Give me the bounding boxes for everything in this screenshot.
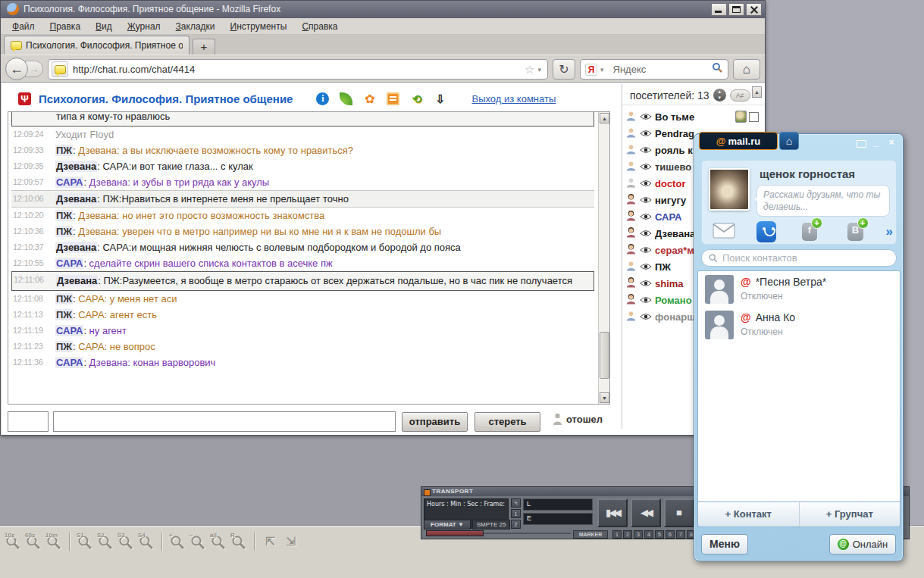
jump-back-icon[interactable]: ⇲ — [281, 533, 300, 551]
message-input[interactable] — [53, 411, 396, 432]
agent-home-icon[interactable]: ⌂ — [779, 132, 799, 150]
agent-menu-button[interactable]: Меню — [701, 534, 748, 555]
visitor-name[interactable]: doctor — [655, 178, 685, 189]
visitor-name[interactable]: ПЖ — [655, 261, 671, 273]
maximize-button[interactable] — [728, 3, 744, 16]
visitor-name[interactable]: Pendrag — [655, 128, 694, 139]
zoom-in-icon[interactable]: + — [168, 533, 187, 551]
url-bar[interactable]: http://chat.ru.com/chat/4414 ☆ ▾ — [48, 59, 548, 80]
visitor-name[interactable]: тишево — [655, 161, 691, 173]
message-nick[interactable]: ПЖ — [55, 226, 73, 237]
menu-Файл[interactable]: Файл — [5, 20, 42, 33]
menu-Справка[interactable]: Справка — [295, 20, 344, 33]
visitor-checkbox[interactable] — [749, 112, 759, 122]
zoom-60s-icon[interactable]: 60s — [24, 533, 43, 551]
zoom-s4-icon[interactable]: S4 — [137, 533, 156, 551]
visitor-name[interactable]: САРА — [655, 211, 681, 223]
message-nick[interactable]: САРА — [55, 357, 83, 368]
rewind-button[interactable]: ◀◀ — [631, 498, 661, 527]
online-status-button[interactable]: @ Онлайн — [829, 534, 896, 555]
nick-input[interactable] — [8, 411, 49, 432]
eye-icon[interactable] — [640, 228, 652, 239]
message-nick[interactable]: Дзевана — [55, 161, 97, 172]
eye-icon[interactable] — [640, 278, 652, 289]
search-placeholder[interactable]: Яндекс — [613, 64, 712, 75]
sort-toggle-button[interactable]: A≠ — [730, 89, 750, 102]
eye-icon[interactable] — [640, 195, 652, 206]
zoom-s3-icon[interactable]: S3 — [117, 533, 136, 551]
visitor-name[interactable]: рояль к — [655, 145, 693, 156]
leaf-icon[interactable] — [340, 92, 352, 105]
facebook-add-icon[interactable]: f+ — [802, 223, 817, 241]
search-magnifier-icon[interactable] — [712, 62, 723, 77]
eye-icon[interactable] — [640, 145, 652, 156]
scroll-thumb[interactable] — [600, 332, 609, 379]
agent-restore-button[interactable] — [857, 140, 866, 148]
eye-icon[interactable] — [640, 161, 652, 173]
message-nick[interactable]: САРА — [55, 325, 83, 336]
message-nick[interactable]: Дзевана — [55, 242, 97, 253]
marker-2-button[interactable]: 2 — [623, 530, 632, 539]
eye-icon[interactable] — [640, 311, 652, 323]
message-nick[interactable]: Дзевана — [56, 275, 98, 286]
message-nick[interactable]: ПЖ — [55, 145, 73, 156]
send-button[interactable]: отправить — [402, 412, 468, 432]
message-nick[interactable]: ПЖ — [55, 210, 73, 221]
agent-smiley-icon[interactable] — [756, 221, 776, 242]
format-button[interactable]: FORMAT ▼ — [424, 520, 471, 530]
visitors-scroll-up-button[interactable]: ▲ — [752, 86, 762, 98]
zoom-all-icon[interactable]: all — [209, 533, 228, 551]
marker-3-button[interactable]: 3 — [634, 530, 643, 539]
marker-7-button[interactable]: 7 — [676, 530, 685, 539]
eye-icon[interactable] — [640, 245, 652, 256]
locator-l-field[interactable]: L — [523, 498, 593, 511]
scroll-up-button[interactable]: ▲ — [600, 113, 609, 123]
visitors-spinner-icon[interactable]: ▲▼ — [713, 89, 726, 102]
titlebar[interactable]: Психология. Философия. Приятное общение … — [1, 1, 765, 18]
mail-icon[interactable] — [713, 223, 735, 242]
agent-close-button[interactable]: × — [886, 139, 897, 148]
eye-icon[interactable] — [640, 295, 652, 306]
bookmark-star-icon[interactable]: ☆ — [525, 63, 534, 77]
menu-Вид[interactable]: Вид — [89, 20, 119, 33]
eye-icon[interactable] — [640, 111, 652, 123]
jump-up-icon[interactable]: ⇱ — [261, 533, 280, 551]
marker-4-button[interactable]: 4 — [644, 530, 653, 539]
menu-Правка[interactable]: Правка — [43, 20, 88, 33]
zoom-r-icon[interactable]: R — [230, 533, 249, 551]
zoom-10s-icon[interactable]: 10s — [4, 533, 23, 551]
message-nick[interactable]: Дзевана — [55, 193, 97, 205]
message-nick[interactable]: ПЖ — [55, 341, 73, 352]
visitor-name[interactable]: shima — [655, 278, 684, 289]
message-nick[interactable]: ПЖ — [55, 309, 73, 320]
go-to-start-button[interactable]: ▮◀◀ — [597, 498, 628, 527]
locator-e-field[interactable]: E — [523, 513, 593, 525]
refresh-room-icon[interactable]: ⟲ — [410, 92, 423, 105]
eye-icon[interactable] — [640, 128, 652, 139]
search-bar[interactable]: Я ▾ Яндекс — [580, 59, 728, 80]
search-engine-dropdown-icon[interactable]: ▾ — [600, 66, 604, 73]
home-button[interactable]: ⌂ — [733, 59, 760, 80]
zoom-out-icon[interactable]: − — [189, 533, 208, 551]
new-tab-button[interactable]: + — [193, 39, 215, 55]
visitor-name[interactable]: Романо — [655, 295, 692, 306]
contact-row[interactable]: @*Песня Ветра*Отключен — [698, 271, 900, 307]
visitor-row[interactable]: Во тьме — [625, 108, 762, 125]
transport-progress-bar[interactable] — [426, 530, 484, 536]
info-icon[interactable]: i — [316, 92, 329, 105]
profile-avatar[interactable] — [709, 168, 750, 211]
vk-add-icon[interactable]: В+ — [847, 223, 863, 241]
marker-6-button[interactable]: 6 — [666, 530, 675, 539]
message-nick[interactable]: САРА — [55, 258, 83, 269]
eye-icon[interactable] — [640, 178, 652, 189]
eye-icon[interactable] — [640, 211, 652, 223]
agent-minimize-button[interactable]: _ — [871, 139, 882, 148]
more-chevrons-icon[interactable]: » — [886, 224, 893, 239]
menu-Журнал[interactable]: Журнал — [121, 20, 168, 33]
contact-row[interactable]: @Анна КоОтключен — [698, 307, 900, 342]
tab-active[interactable]: Психология. Философия. Приятное обще... — [4, 36, 189, 55]
message-nick[interactable]: САРА — [55, 177, 83, 188]
away-status[interactable]: отошел — [553, 413, 603, 426]
visitor-name[interactable]: Дзевана — [655, 228, 695, 239]
status-input[interactable]: Расскажи друзьям, что ты делаешь... — [756, 185, 890, 217]
